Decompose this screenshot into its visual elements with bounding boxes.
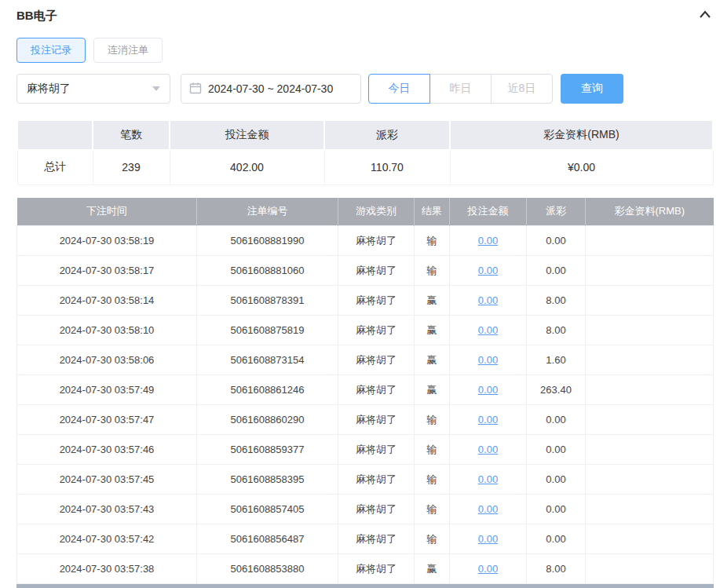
today-button[interactable]: 今日 [368, 74, 430, 104]
summary-table: 笔数 投注金额 派彩 彩金资料(RMB) 总计 239 402.00 110.7… [16, 119, 714, 185]
cell-order-id: 5061608856487 [197, 524, 338, 554]
cell-bet-time: 2024-07-30 03:57:38 [17, 554, 197, 584]
bet-records-table: 下注时间 注单编号 游戏类别 结果 投注金额 派彩 彩金资料(RMB) 2024… [16, 198, 714, 585]
summary-header-blank [17, 120, 93, 150]
tab-bar: 投注记录 连消注单 [16, 38, 714, 63]
last-8-days-button[interactable]: 近8日 [491, 74, 553, 104]
cell-result: 赢 [415, 316, 450, 345]
cell-bet-amount: 0.00 [450, 465, 527, 495]
table-row: 2024-07-30 03:57:455061608858395麻将胡了输0.0… [17, 465, 714, 495]
bet-amount-link[interactable]: 0.00 [478, 414, 498, 425]
bet-amount-link[interactable]: 0.00 [478, 533, 498, 545]
bet-amount-link[interactable]: 0.00 [478, 294, 498, 306]
cell-game-type: 麻将胡了 [338, 465, 415, 495]
cell-game-type: 麻将胡了 [338, 226, 415, 256]
summary-payout: 110.70 [324, 150, 450, 184]
tab-cancelled-orders[interactable]: 连消注单 [93, 38, 163, 63]
cell-game-type: 麻将胡了 [338, 316, 415, 345]
cell-result: 输 [415, 465, 450, 495]
cell-payout: 0.00 [527, 465, 586, 495]
cell-bet-amount: 0.00 [450, 435, 527, 465]
yesterday-button[interactable]: 昨日 [429, 74, 492, 104]
header-result: 结果 [415, 198, 450, 226]
bet-amount-link[interactable]: 0.00 [478, 503, 498, 515]
cell-bet-time: 2024-07-30 03:57:45 [17, 465, 197, 495]
cell-order-id: 5061608881060 [197, 256, 338, 286]
table-row: 2024-07-30 03:57:465061608859377麻将胡了输0.0… [17, 435, 714, 465]
game-select[interactable]: 麻将胡了 [16, 74, 170, 104]
cell-bet-time: 2024-07-30 03:58:17 [17, 256, 197, 286]
cell-payout: 1.60 [527, 345, 586, 375]
cell-result: 赢 [415, 554, 450, 584]
bet-amount-link[interactable]: 0.00 [478, 324, 498, 336]
cell-bonus [586, 495, 714, 524]
bet-amount-link[interactable]: 0.00 [478, 473, 498, 485]
header-order-id: 注单编号 [197, 198, 338, 226]
cell-bet-amount: 0.00 [450, 345, 527, 375]
summary-header-bet-amount: 投注金额 [170, 120, 324, 150]
collapse-button[interactable] [696, 7, 714, 24]
cell-bet-amount: 0.00 [450, 316, 527, 345]
bet-amount-link[interactable]: 0.00 [478, 354, 498, 366]
cell-payout: 0.00 [527, 405, 586, 435]
cell-bonus [586, 316, 714, 345]
table-row: 2024-07-30 03:57:425061608856487麻将胡了输0.0… [17, 524, 714, 554]
cell-result: 输 [415, 256, 450, 286]
bet-table-body: 2024-07-30 03:58:195061608881990麻将胡了输0.0… [17, 226, 714, 584]
cell-bet-amount: 0.00 [450, 405, 527, 435]
cell-payout: 8.00 [527, 554, 586, 584]
cell-bonus [586, 435, 714, 465]
cell-order-id: 5061608878391 [197, 286, 338, 316]
cell-order-id: 5061608853880 [197, 554, 338, 584]
cell-game-type: 麻将胡了 [338, 256, 415, 286]
header-game-type: 游戏类别 [338, 198, 415, 226]
bet-record-panel: BB电子 投注记录 连消注单 麻将胡了 2024-07-3 [0, 0, 720, 588]
table-row: 2024-07-30 03:58:145061608878391麻将胡了赢0.0… [17, 286, 714, 316]
quick-date-group: 今日 昨日 近8日 [368, 74, 553, 104]
summary-count: 239 [93, 150, 170, 184]
bet-amount-link[interactable]: 0.00 [478, 444, 498, 455]
cell-bet-time: 2024-07-30 03:57:46 [17, 435, 197, 465]
bet-amount-link[interactable]: 0.00 [478, 563, 498, 575]
table-row: 2024-07-30 03:58:105061608875819麻将胡了赢0.0… [17, 316, 714, 345]
summary-header-bonus: 彩金资料(RMB) [450, 120, 713, 150]
bet-amount-link[interactable]: 0.00 [478, 384, 498, 396]
cell-payout: 0.00 [527, 495, 586, 524]
bet-amount-link[interactable]: 0.00 [478, 265, 498, 276]
table-header-row: 下注时间 注单编号 游戏类别 结果 投注金额 派彩 彩金资料(RMB) [17, 198, 714, 226]
cell-order-id: 5061608857405 [197, 495, 338, 524]
cell-result: 输 [415, 524, 450, 554]
cell-order-id: 5061608875819 [197, 316, 338, 345]
cell-payout: 8.00 [527, 316, 586, 345]
cell-game-type: 麻将胡了 [338, 495, 415, 524]
cell-bonus [586, 405, 714, 435]
date-range-picker[interactable]: 2024-07-30 ~ 2024-07-30 [181, 74, 361, 104]
cell-bet-time: 2024-07-30 03:57:43 [17, 495, 197, 524]
cell-bonus [586, 375, 714, 405]
cell-result: 赢 [415, 345, 450, 375]
cell-bonus [586, 465, 714, 495]
panel-header: BB电子 [16, 6, 714, 25]
calendar-icon [189, 82, 202, 97]
bet-amount-link[interactable]: 0.00 [478, 235, 498, 247]
cell-payout: 0.00 [527, 256, 586, 286]
cell-payout: 0.00 [527, 435, 586, 465]
cell-bonus [586, 524, 714, 554]
table-row: 2024-07-30 03:57:475061608860290麻将胡了输0.0… [17, 405, 714, 435]
summary-bet-amount: 402.00 [170, 150, 324, 184]
cell-bet-amount: 0.00 [450, 554, 527, 584]
table-row: 2024-07-30 03:58:195061608881990麻将胡了输0.0… [17, 226, 714, 256]
cell-bet-amount: 0.00 [450, 256, 527, 286]
cell-bet-time: 2024-07-30 03:57:49 [17, 375, 197, 405]
cell-bonus [586, 554, 714, 584]
cell-bet-amount: 0.00 [450, 286, 527, 316]
cell-game-type: 麻将胡了 [338, 345, 415, 375]
cell-game-type: 麻将胡了 [338, 554, 415, 584]
cell-bonus [586, 345, 714, 375]
cell-bet-time: 2024-07-30 03:58:06 [17, 345, 197, 375]
search-button[interactable]: 查询 [561, 74, 623, 104]
cell-payout: 8.00 [527, 286, 586, 316]
cell-order-id: 5061608860290 [197, 405, 338, 435]
summary-header-count: 笔数 [93, 120, 170, 150]
tab-bet-records[interactable]: 投注记录 [16, 38, 86, 63]
